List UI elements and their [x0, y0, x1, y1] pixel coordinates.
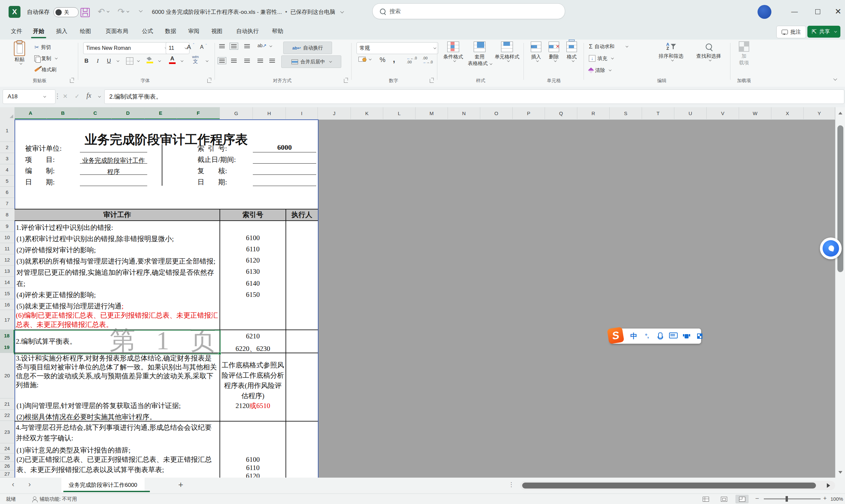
scroll-right-icon[interactable]	[827, 483, 832, 488]
chevron-down-icon[interactable]	[117, 59, 119, 62]
insert-cells-button[interactable]: ← 插入	[527, 41, 545, 62]
row-header[interactable]: 19	[0, 342, 14, 353]
font-color-button[interactable]: A	[169, 55, 176, 64]
format-as-table-button[interactable]: 套用 表格格式	[467, 41, 492, 67]
wrap-text-button[interactable]: ab↩ 自动换行	[283, 41, 332, 54]
font-name-select[interactable]: Times New Roman	[83, 42, 170, 54]
column-header[interactable]: J	[318, 107, 351, 119]
enter-icon[interactable]: ✓	[75, 93, 80, 100]
vertical-scrollbar[interactable]	[835, 107, 845, 478]
scroll-down-icon[interactable]	[839, 471, 842, 475]
percent-style-button[interactable]: %	[380, 56, 386, 64]
cell-text[interactable]: (2)根据具体情况在必要时实施其他审计程序。	[17, 411, 156, 422]
column-header[interactable]: X	[771, 107, 804, 119]
find-select-button[interactable]: 查找和选择	[690, 41, 727, 61]
row-header[interactable]: 27	[0, 470, 14, 478]
save-button[interactable]	[81, 8, 90, 17]
tab-draw[interactable]: 绘图	[76, 24, 95, 38]
row-header[interactable]: 2	[0, 142, 14, 153]
clear-button[interactable]: 清除	[589, 66, 611, 74]
tab-page-layout[interactable]: 页面布局	[99, 24, 135, 38]
increase-indent-icon[interactable]	[269, 59, 275, 63]
index-cell[interactable]: 6120	[220, 472, 286, 478]
row-header[interactable]: 4	[0, 164, 14, 176]
cell-text[interactable]: (1)审计意见的类型及审计报告的措辞;	[17, 445, 130, 456]
row-header[interactable]: 9	[0, 221, 14, 232]
comma-style-button[interactable]: ,	[393, 54, 395, 64]
select-all-corner[interactable]	[0, 107, 15, 120]
minimize-button[interactable]: —	[787, 4, 802, 19]
align-top-icon[interactable]	[219, 44, 225, 48]
maximize-restore-button[interactable]	[810, 4, 825, 19]
column-header[interactable]: L	[383, 107, 416, 119]
row-header[interactable]: 21	[0, 398, 14, 410]
column-header[interactable]: F	[177, 107, 220, 119]
row-header[interactable]: 26	[0, 462, 14, 470]
row-header[interactable]: 7	[0, 198, 14, 209]
index-cell[interactable]: 6130	[220, 268, 286, 276]
column-header[interactable]: M	[416, 107, 448, 119]
tab-home[interactable]: 开始	[29, 24, 48, 38]
cell-styles-button[interactable]: 单元格样式	[493, 41, 521, 62]
cell-text[interactable]: (1)累积审计过程中识别出的错报,除非错报明显微小;	[17, 233, 174, 245]
index-note-cell[interactable]: 工作底稿格式参照风险评估工作底稿分析程序表(用作风险评估程序)	[222, 360, 284, 401]
cell-text[interactable]: (2)已更正错报汇总表、已更正列报错报汇总表、未更正错报汇总表、未更正列报错报汇…	[17, 454, 219, 475]
font-dialog-launcher-icon[interactable]	[207, 79, 211, 83]
sort-filter-button[interactable]: AZ 排序和筛选	[653, 41, 689, 61]
column-header[interactable]: Y	[804, 107, 835, 119]
tab-review[interactable]: 审阅	[184, 24, 203, 38]
row-header[interactable]: 1	[0, 120, 14, 142]
row-header[interactable]: 12	[0, 254, 14, 266]
collapse-ribbon-chevron-icon[interactable]	[833, 77, 837, 80]
tab-view[interactable]: 视图	[207, 24, 226, 38]
index-cell[interactable]: 6100	[220, 234, 286, 242]
format-painter-button[interactable]: 格式刷	[34, 65, 56, 74]
copy-button[interactable]: 复制	[34, 54, 57, 63]
alignment-dialog-launcher-icon[interactable]	[344, 79, 348, 83]
paste-button[interactable]: 粘贴	[8, 41, 31, 65]
cell-text[interactable]: (5)就未更正错报与治理层进行沟通;	[17, 301, 123, 312]
row-header[interactable]: 10	[0, 232, 14, 243]
comments-button[interactable]: 批注	[776, 26, 806, 38]
zoom-in-button[interactable]: +	[823, 495, 827, 502]
document-title[interactable]: 6000 业务完成阶段审计工作程序表-oo.xls - 兼容性... • 已保存…	[152, 0, 343, 24]
decrease-indent-icon[interactable]	[258, 59, 263, 63]
tab-formulas[interactable]: 公式	[138, 24, 157, 38]
phonetic-guide-button[interactable]: wén 文	[192, 55, 199, 63]
row-header[interactable]: 5	[0, 176, 14, 187]
row-header[interactable]: 13	[0, 266, 14, 277]
column-header[interactable]: K	[351, 107, 383, 119]
new-sheet-button[interactable]: +	[178, 480, 183, 490]
align-right-icon[interactable]	[244, 59, 250, 63]
name-box[interactable]: A18	[3, 89, 55, 104]
cell-text[interactable]: 4.与管理层召开总结会,就下列事项进行沟通,形成总结会会议纪要并经双方签字确认:	[16, 422, 218, 443]
undo-button[interactable]: ↶	[98, 0, 109, 23]
cell-text[interactable]: 1.评价审计过程中识别出的错报:	[16, 222, 113, 233]
cell-text[interactable]: 3.设计和实施分析程序,对财务报表形成总体结论,确定财务报表是否与项目组对被审计…	[16, 354, 218, 390]
tab-insert[interactable]: 插入	[52, 24, 71, 38]
redo-button[interactable]: ↷	[118, 0, 128, 23]
formula-input[interactable]: 2.编制试算平衡表。	[104, 89, 844, 104]
number-dialog-launcher-icon[interactable]	[430, 79, 434, 83]
close-button[interactable]: ✕	[830, 4, 845, 19]
row-header[interactable]: 11	[0, 243, 14, 254]
row-header[interactable]: 6	[0, 187, 14, 198]
ime-skin-icon[interactable]	[680, 332, 693, 340]
grow-font-button[interactable]: Aˆ	[187, 43, 194, 52]
clipboard-dialog-launcher-icon[interactable]	[70, 79, 74, 83]
autosave-toggle[interactable]: 关	[53, 7, 78, 17]
ime-punctuation-icon[interactable]: °,	[640, 333, 654, 339]
worksheet-page[interactable]: 业务完成阶段审计工作程序表 被审计单位: 项 目: 业务完成阶段审计工作程序 编…	[15, 120, 318, 478]
assistant-bubble-button[interactable]	[820, 237, 842, 259]
column-header[interactable]: N	[448, 107, 480, 119]
tab-automate[interactable]: 自动执行	[230, 24, 265, 38]
avatar[interactable]	[758, 5, 771, 19]
row-header[interactable]: 8	[0, 209, 14, 221]
index-cell[interactable]: 6150	[220, 291, 286, 299]
chevron-down-icon[interactable]	[158, 59, 161, 62]
drag-dots-icon[interactable]: ⋮	[54, 92, 61, 100]
column-header[interactable]: B	[47, 107, 79, 119]
increase-decimal-button[interactable]: ←←.0 .00	[407, 56, 417, 64]
index-cell[interactable]: 6110	[220, 464, 286, 472]
search-box[interactable]: 搜索	[372, 3, 565, 19]
